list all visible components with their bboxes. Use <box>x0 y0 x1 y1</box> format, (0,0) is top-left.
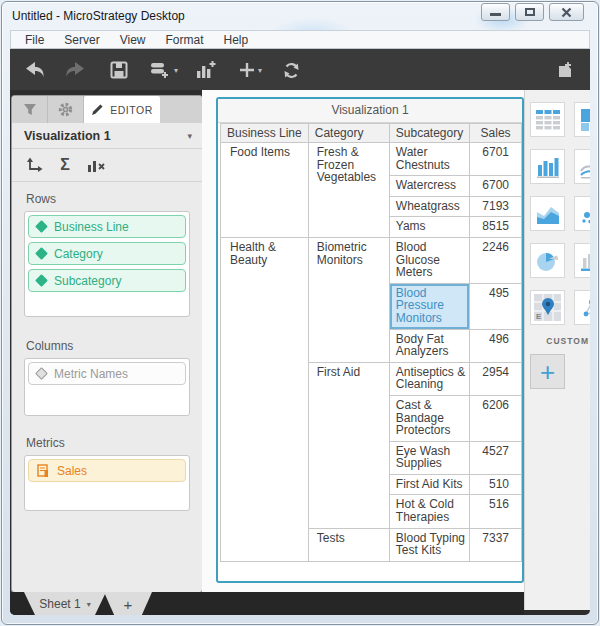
grid-icon <box>535 108 561 132</box>
remove-chart-button[interactable] <box>84 153 108 177</box>
menu-item-view[interactable]: View <box>110 33 156 47</box>
cell-subcategory[interactable]: Watercress <box>389 176 469 197</box>
column-header-sales[interactable]: Sales <box>470 124 522 143</box>
add-visualization-button[interactable] <box>192 57 218 83</box>
add-custom-visual-button[interactable]: + <box>530 354 565 389</box>
cell-subcategory[interactable]: Wheatgrass <box>389 196 469 217</box>
tab-format[interactable] <box>48 96 84 123</box>
row-pill-subcategory[interactable]: Subcategory <box>28 269 186 292</box>
cell-category[interactable]: Tests <box>308 528 389 561</box>
minimize-button[interactable] <box>481 3 510 21</box>
canvas: Visualization 1 Business LineCategorySub… <box>202 90 524 592</box>
cell-subcategory[interactable]: Eye Wash Supplies <box>389 441 469 474</box>
close-button[interactable] <box>549 3 584 21</box>
columns-section-label: Columns <box>26 339 202 353</box>
cell-sales-value[interactable]: 2246 <box>470 237 522 283</box>
gallery-line-chart-button[interactable] <box>574 149 590 184</box>
menu-item-file[interactable]: File <box>15 33 54 47</box>
new-dossier-page-button[interactable] <box>552 57 578 83</box>
title-bar[interactable]: Untitled - MicroStrategy Desktop <box>2 2 598 30</box>
save-button[interactable] <box>106 57 132 83</box>
gallery-combo-chart-button[interactable] <box>574 243 590 278</box>
swap-axes-button[interactable] <box>22 153 46 177</box>
metric-pill-sales[interactable]: Sales <box>28 459 186 482</box>
add-data-button[interactable] <box>146 57 172 83</box>
cell-category[interactable]: Biometric Monitors <box>308 237 389 362</box>
column-header-subcategory[interactable]: Subcategory <box>389 124 469 143</box>
menu-item-server[interactable]: Server <box>54 33 109 47</box>
gallery-map-button[interactable]: E <box>530 290 565 325</box>
main-region: EDITOR Visualization 1 ▾ Σ <box>10 90 590 615</box>
cell-sales-value[interactable]: 496 <box>470 329 522 362</box>
cell-subcategory[interactable]: Blood Typing Test Kits <box>389 528 469 561</box>
restore-icon <box>525 8 535 16</box>
cell-sales-value[interactable]: 516 <box>470 495 522 528</box>
row-pill-business-line[interactable]: Business Line <box>28 215 186 238</box>
column-header-business-line[interactable]: Business Line <box>221 124 309 143</box>
custom-section-label: CUSTOM <box>546 336 589 346</box>
cell-category[interactable]: First Aid <box>308 362 389 528</box>
gallery-bubble-chart-button[interactable] <box>574 196 590 231</box>
cell-sales-value[interactable]: 7193 <box>470 196 522 217</box>
cell-sales-value[interactable]: 6700 <box>470 176 522 197</box>
area-chart-icon <box>536 202 560 226</box>
gallery-grid-button[interactable] <box>530 102 565 137</box>
gallery-heat-map-button[interactable] <box>574 102 590 137</box>
cell-sales-value[interactable]: 2954 <box>470 362 522 395</box>
cell-sales-value[interactable]: 510 <box>470 474 522 495</box>
row-pill-category[interactable]: Category <box>28 242 186 265</box>
refresh-button[interactable] <box>278 57 304 83</box>
filter-icon <box>23 103 37 116</box>
gallery-bar-chart-button[interactable] <box>530 149 565 184</box>
visualization-title: Visualization 1 <box>218 99 522 123</box>
cell-subcategory[interactable]: Body Fat Analyzers <box>389 329 469 362</box>
back-button[interactable] <box>22 57 48 83</box>
cell-business-line[interactable]: Health & Beauty <box>221 237 309 561</box>
chevron-down-icon: ▾ <box>87 600 91 609</box>
network-icon <box>580 296 591 320</box>
cell-category[interactable]: Fresh & Frozen Vegetables <box>308 143 389 238</box>
add-caret-icon: ▾ <box>258 66 262 75</box>
gallery-area-chart-button[interactable] <box>530 196 565 231</box>
cell-subcategory-selected[interactable]: Blood Pressure Monitors <box>389 283 469 329</box>
cell-subcategory[interactable]: Hot & Cold Therapies <box>389 495 469 528</box>
rows-dropzone[interactable]: Business Line Category Subcategory <box>24 211 190 317</box>
cell-sales-value[interactable]: 7337 <box>470 528 522 561</box>
menu-item-help[interactable]: Help <box>214 33 259 47</box>
cell-subcategory[interactable]: Antiseptics & Cleaning <box>389 362 469 395</box>
restore-button[interactable] <box>515 3 544 21</box>
gallery-pie-chart-button[interactable] <box>530 243 565 278</box>
cell-sales-value[interactable]: 6206 <box>470 395 522 441</box>
add-button[interactable] <box>234 57 260 83</box>
cell-subcategory[interactable]: Water Chestnuts <box>389 143 469 176</box>
add-data-icon <box>148 59 170 81</box>
pill-label: Subcategory <box>54 274 121 288</box>
visualization-container[interactable]: Visualization 1 Business LineCategorySub… <box>216 97 524 583</box>
cell-sales-value[interactable]: 495 <box>470 283 522 329</box>
forward-icon <box>63 60 87 80</box>
gear-icon <box>58 102 73 117</box>
cell-subcategory[interactable]: Yams <box>389 217 469 238</box>
menu-item-format[interactable]: Format <box>155 33 213 47</box>
visualization-selector[interactable]: Visualization 1 ▾ <box>12 123 202 149</box>
sheet-tab[interactable]: Sheet 1 ▾ <box>24 592 106 615</box>
column-header-category[interactable]: Category <box>308 124 389 143</box>
cell-sales-value[interactable]: 6701 <box>470 143 522 176</box>
columns-dropzone[interactable]: Metric Names <box>24 358 190 416</box>
add-sheet-tab[interactable]: + <box>104 592 152 615</box>
cell-subcategory[interactable]: First Aid Kits <box>389 474 469 495</box>
cell-business-line[interactable]: Food Items <box>221 143 309 238</box>
table-row: Health & BeautyBiometric MonitorsBlood G… <box>221 237 522 283</box>
tab-filter[interactable] <box>12 96 48 123</box>
totals-button[interactable]: Σ <box>53 153 77 177</box>
gallery-network-button[interactable] <box>574 290 590 325</box>
tab-editor[interactable]: EDITOR <box>84 96 160 123</box>
column-pill-metric-names[interactable]: Metric Names <box>28 362 186 385</box>
cell-subcategory[interactable]: Blood Glucose Meters <box>389 237 469 283</box>
cell-subcategory[interactable]: Cast & Bandage Protectors <box>389 395 469 441</box>
metrics-dropzone[interactable]: Sales <box>24 455 190 511</box>
cell-sales-value[interactable]: 4527 <box>470 441 522 474</box>
window-title: Untitled - MicroStrategy Desktop <box>12 9 185 23</box>
forward-button[interactable] <box>62 57 88 83</box>
cell-sales-value[interactable]: 8515 <box>470 217 522 238</box>
